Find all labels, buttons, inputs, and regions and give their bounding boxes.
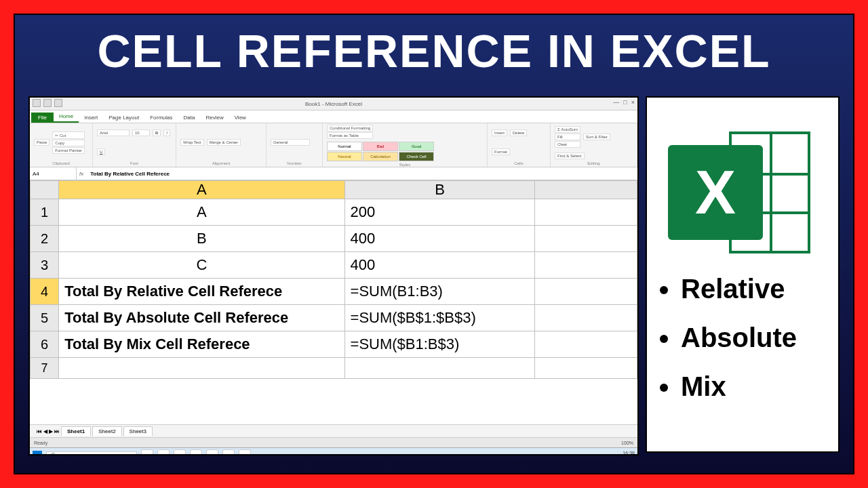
- cell-c4[interactable]: [535, 279, 637, 305]
- qat-save-icon[interactable]: [33, 99, 41, 107]
- row-header-2[interactable]: 2: [31, 226, 59, 252]
- tab-formulas[interactable]: Formulas: [144, 113, 178, 123]
- fill-button[interactable]: Fill: [555, 134, 580, 140]
- column-header-a[interactable]: A: [59, 181, 344, 199]
- cell-c2[interactable]: [535, 226, 637, 252]
- style-bad[interactable]: Bad: [363, 142, 398, 151]
- style-neutral[interactable]: Neutral: [327, 152, 362, 161]
- cell-a4[interactable]: Total By Relative Cell Referece: [59, 279, 344, 305]
- tab-data[interactable]: Data: [178, 113, 201, 123]
- taskbar-edge-icon[interactable]: [174, 449, 186, 455]
- cell-a2[interactable]: B: [59, 226, 344, 252]
- sheet-tab-2[interactable]: Sheet2: [92, 426, 121, 436]
- number-format-dropdown[interactable]: General: [271, 139, 310, 146]
- paste-button[interactable]: Paste: [34, 139, 50, 146]
- style-normal[interactable]: Normal: [327, 142, 362, 151]
- cell-b6[interactable]: =SUM($B1:B$3): [344, 331, 535, 358]
- taskbar-excel-icon[interactable]: [239, 449, 251, 455]
- format-as-table-button[interactable]: Format as Table: [327, 132, 373, 139]
- row-header-6[interactable]: 6: [31, 331, 59, 358]
- tab-home[interactable]: Home: [54, 111, 79, 123]
- taskbar-explorer-icon[interactable]: [190, 449, 202, 455]
- column-header-b[interactable]: B: [344, 181, 535, 199]
- row-header-1[interactable]: 1: [31, 199, 59, 226]
- insert-cells-button[interactable]: Insert: [492, 129, 507, 136]
- autosum-button[interactable]: Σ AutoSum: [555, 126, 580, 133]
- style-good[interactable]: Good: [399, 142, 434, 151]
- sheet-nav-next-icon[interactable]: ▶: [49, 428, 53, 434]
- sort-filter-button[interactable]: Sort & Filter: [583, 134, 610, 140]
- row-header-5[interactable]: 5: [31, 305, 59, 331]
- sheet-tab-3[interactable]: Sheet3: [123, 426, 153, 436]
- cell-a6[interactable]: Total By Mix Cell Referece: [59, 331, 344, 358]
- fx-icon[interactable]: fx: [77, 171, 86, 177]
- font-name-dropdown[interactable]: Arial: [97, 129, 130, 136]
- italic-button[interactable]: I: [163, 129, 170, 136]
- select-all-corner[interactable]: [31, 181, 59, 199]
- spreadsheet-grid[interactable]: A B 1 A 200 2 B 400 3 C: [30, 180, 637, 424]
- cell-a5[interactable]: Total By Absolute Cell Referece: [59, 305, 344, 331]
- taskbar-chrome-icon[interactable]: [222, 449, 235, 455]
- bold-button[interactable]: B: [153, 129, 161, 136]
- sheet-tab-1[interactable]: Sheet1: [61, 426, 91, 436]
- merge-center-button[interactable]: Merge & Center: [207, 139, 241, 146]
- cell-a7[interactable]: [59, 358, 344, 379]
- row-header-3[interactable]: 3: [31, 252, 59, 279]
- close-icon[interactable]: ×: [631, 99, 635, 106]
- sheet-nav-first-icon[interactable]: ⏮: [37, 428, 42, 434]
- cell-b3[interactable]: 400: [344, 252, 535, 279]
- copy-button[interactable]: Copy: [52, 140, 85, 146]
- conditional-formatting-button[interactable]: Conditional Formatting: [327, 125, 373, 131]
- format-cells-button[interactable]: Format: [492, 148, 510, 155]
- clear-button[interactable]: Clear: [555, 141, 580, 148]
- format-painter-button[interactable]: Format Painter: [52, 147, 85, 154]
- taskbar-app-icon[interactable]: [141, 449, 153, 455]
- tab-review[interactable]: Review: [200, 113, 229, 123]
- taskbar-app-icon[interactable]: [157, 449, 170, 455]
- quick-access-toolbar[interactable]: [33, 99, 62, 107]
- cell-c3[interactable]: [535, 252, 637, 279]
- maximize-icon[interactable]: □: [623, 99, 627, 106]
- qat-undo-icon[interactable]: [43, 99, 52, 107]
- style-check-cell[interactable]: Check Cell: [399, 152, 434, 161]
- column-header-c[interactable]: [535, 181, 637, 199]
- cell-styles-gallery[interactable]: Normal Bad Good Neutral Calculation Chec…: [327, 142, 434, 161]
- find-select-button[interactable]: Find & Select: [555, 152, 585, 159]
- formula-bar[interactable]: Total By Relative Cell Referece: [86, 171, 637, 177]
- tab-view[interactable]: View: [229, 113, 252, 123]
- excel-window: Book1 - Microsoft Excel — □ × File Home …: [28, 96, 639, 455]
- minimize-icon[interactable]: —: [613, 99, 619, 106]
- taskbar-store-icon[interactable]: [206, 449, 218, 455]
- cell-b2[interactable]: 400: [344, 226, 535, 252]
- cell-b7[interactable]: [344, 358, 535, 379]
- cell-a1[interactable]: A: [59, 199, 344, 226]
- delete-cells-button[interactable]: Delete: [510, 129, 527, 136]
- cell-c7[interactable]: [535, 358, 637, 379]
- cell-c1[interactable]: [535, 199, 637, 226]
- qat-redo-icon[interactable]: [54, 99, 62, 107]
- sheet-nav-last-icon[interactable]: ⏭: [54, 428, 60, 434]
- wrap-text-button[interactable]: Wrap Text: [180, 139, 204, 146]
- font-size-dropdown[interactable]: 10: [132, 129, 150, 136]
- start-button[interactable]: [33, 451, 42, 455]
- tab-insert[interactable]: Insert: [79, 113, 103, 123]
- cell-c5[interactable]: [535, 305, 637, 331]
- style-calculation[interactable]: Calculation: [363, 152, 398, 161]
- row-header-7[interactable]: 7: [31, 358, 59, 379]
- name-box[interactable]: A4: [30, 167, 77, 180]
- taskbar-lang[interactable]: ENG: [595, 453, 607, 456]
- cut-button[interactable]: ✂ Cut: [52, 131, 85, 139]
- taskbar-clock[interactable]: 16:38 06/02/2023: [611, 451, 635, 455]
- cell-a3[interactable]: C: [59, 252, 344, 279]
- taskbar-search[interactable]: 🔍 Type here to search: [46, 451, 137, 456]
- tab-page-layout[interactable]: Page Layout: [103, 113, 144, 123]
- row-header-4[interactable]: 4: [31, 279, 59, 305]
- zoom-level[interactable]: 100%: [621, 441, 633, 445]
- cell-b4[interactable]: =SUM(B1:B3): [344, 279, 535, 305]
- tab-file[interactable]: File: [31, 113, 54, 123]
- cell-b1[interactable]: 200: [344, 199, 535, 226]
- cell-c6[interactable]: [535, 331, 637, 358]
- underline-button[interactable]: U: [97, 148, 105, 155]
- cell-b5[interactable]: =SUM($B$1:$B$3): [344, 305, 535, 331]
- sheet-nav-prev-icon[interactable]: ◀: [43, 428, 47, 434]
